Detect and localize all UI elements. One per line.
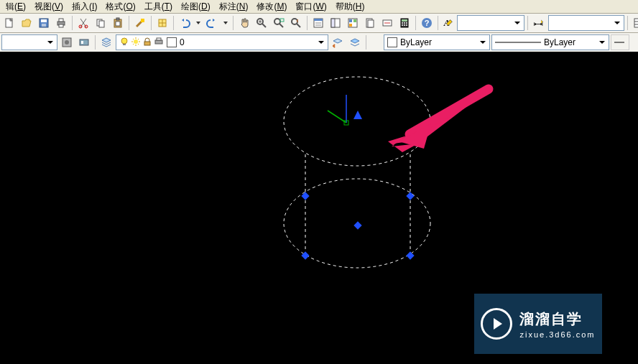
svg-rect-48 xyxy=(123,44,126,45)
match-props-icon[interactable] xyxy=(132,15,148,31)
svg-point-55 xyxy=(284,77,430,166)
menu-tools[interactable]: 工具(T) xyxy=(140,0,177,14)
svg-rect-23 xyxy=(331,19,335,27)
linetype-value: ByLayer xyxy=(544,37,575,47)
redo-icon[interactable] xyxy=(204,15,220,31)
svg-rect-12 xyxy=(116,18,119,20)
markup-icon[interactable] xyxy=(379,15,395,31)
zoom-previous-icon[interactable] xyxy=(288,15,304,31)
tool-palette-icon[interactable] xyxy=(345,15,361,31)
dim-style-dropdown[interactable] xyxy=(548,15,624,31)
bulb-icon xyxy=(119,37,129,49)
svg-rect-10 xyxy=(99,21,104,27)
svg-rect-21 xyxy=(314,19,323,21)
svg-rect-13 xyxy=(116,22,120,26)
svg-rect-6 xyxy=(59,24,63,27)
watermark-title: 溜溜自学 xyxy=(519,309,595,329)
chevron-down-icon xyxy=(512,18,522,28)
color-value: ByLayer xyxy=(400,37,432,47)
menu-modify[interactable]: 修改(M) xyxy=(252,0,291,14)
design-center-icon[interactable] xyxy=(328,15,343,31)
svg-rect-38 xyxy=(406,24,407,26)
svg-point-17 xyxy=(274,19,280,24)
line-sample-icon xyxy=(495,38,541,47)
redo-dd-icon[interactable] xyxy=(221,15,230,31)
play-icon xyxy=(481,308,512,340)
lock-icon xyxy=(142,37,152,49)
zoom-realtime-icon[interactable] xyxy=(254,15,269,31)
layer-name: 0 xyxy=(180,37,185,47)
svg-rect-14 xyxy=(141,19,144,22)
dim-style-icon[interactable] xyxy=(531,15,547,31)
chevron-down-icon xyxy=(612,18,622,28)
text-style-icon[interactable]: A xyxy=(441,15,456,31)
chevron-down-icon xyxy=(316,37,326,47)
properties-icon[interactable] xyxy=(310,15,326,31)
svg-rect-50 xyxy=(144,42,150,45)
sheet-set-icon[interactable] xyxy=(362,15,378,31)
save-icon[interactable] xyxy=(36,15,52,31)
svg-rect-66 xyxy=(406,251,414,259)
linetype-dropdown[interactable]: ByLayer xyxy=(491,34,609,50)
block-editor-icon[interactable] xyxy=(154,15,170,31)
svg-rect-52 xyxy=(157,38,161,40)
svg-rect-64 xyxy=(353,221,361,229)
chevron-down-icon xyxy=(597,37,607,47)
copy-icon[interactable] xyxy=(93,15,108,31)
text-style-dropdown[interactable] xyxy=(457,15,524,31)
svg-point-47 xyxy=(121,38,127,44)
grip-triangle xyxy=(353,111,362,119)
svg-point-44 xyxy=(65,40,69,45)
layer-states-icon[interactable] xyxy=(347,34,363,50)
svg-rect-42 xyxy=(634,19,638,27)
menu-window[interactable]: 窗口(W) xyxy=(291,0,330,14)
ucs-icon xyxy=(328,95,348,125)
standard-toolbar: ? A xyxy=(0,14,638,33)
svg-point-7 xyxy=(79,25,82,28)
layer-previous-icon[interactable] xyxy=(330,34,346,50)
color-swatch xyxy=(387,37,397,47)
new-icon[interactable] xyxy=(1,15,17,31)
menu-view[interactable]: 视图(V) xyxy=(30,0,68,14)
svg-rect-2 xyxy=(41,19,47,22)
workspace-settings-icon[interactable] xyxy=(59,34,75,50)
svg-point-8 xyxy=(85,25,88,28)
calculator-icon[interactable] xyxy=(397,15,412,31)
svg-rect-29 xyxy=(368,20,374,27)
my-workspace-icon[interactable] xyxy=(76,34,92,50)
cut-icon[interactable] xyxy=(75,15,91,31)
undo-icon[interactable] xyxy=(177,15,193,31)
menu-format[interactable]: 格式(O) xyxy=(101,0,139,14)
annotation-arrow xyxy=(388,88,490,152)
undo-dd-icon[interactable] xyxy=(194,15,203,31)
menu-help[interactable]: 帮助(H) xyxy=(331,0,369,14)
menu-dim[interactable]: 标注(N) xyxy=(215,0,253,14)
svg-rect-35 xyxy=(406,22,407,24)
svg-line-68 xyxy=(410,89,489,134)
svg-rect-37 xyxy=(404,24,405,26)
menu-edit[interactable]: 辑(E) xyxy=(1,0,30,14)
svg-rect-51 xyxy=(155,40,162,44)
svg-rect-5 xyxy=(59,19,63,22)
print-icon[interactable] xyxy=(53,15,69,31)
watermark-url: zixue.3d66.com xyxy=(519,330,595,339)
watermark-badge: 溜溜自学 zixue.3d66.com xyxy=(474,294,602,354)
open-icon[interactable] xyxy=(19,15,34,31)
zoom-window-icon[interactable] xyxy=(271,15,287,31)
pan-icon[interactable] xyxy=(236,15,252,31)
color-dropdown[interactable]: ByLayer xyxy=(384,34,490,50)
menu-insert[interactable]: 插入(I) xyxy=(68,0,101,14)
paste-icon[interactable] xyxy=(110,15,126,31)
layer-manager-icon[interactable] xyxy=(98,34,114,50)
table-style-icon[interactable] xyxy=(631,15,638,31)
layer-dropdown[interactable]: 0 xyxy=(116,34,328,50)
svg-rect-34 xyxy=(404,22,405,24)
chevron-down-icon xyxy=(478,37,488,47)
svg-line-60 xyxy=(328,111,346,123)
lineweight-icon xyxy=(614,38,624,47)
sun-icon xyxy=(131,37,141,49)
lineweight-dropdown[interactable] xyxy=(611,34,629,50)
workspace-dropdown[interactable] xyxy=(1,34,57,50)
menu-draw[interactable]: 绘图(D) xyxy=(177,0,215,14)
help-icon[interactable]: ? xyxy=(419,15,435,31)
